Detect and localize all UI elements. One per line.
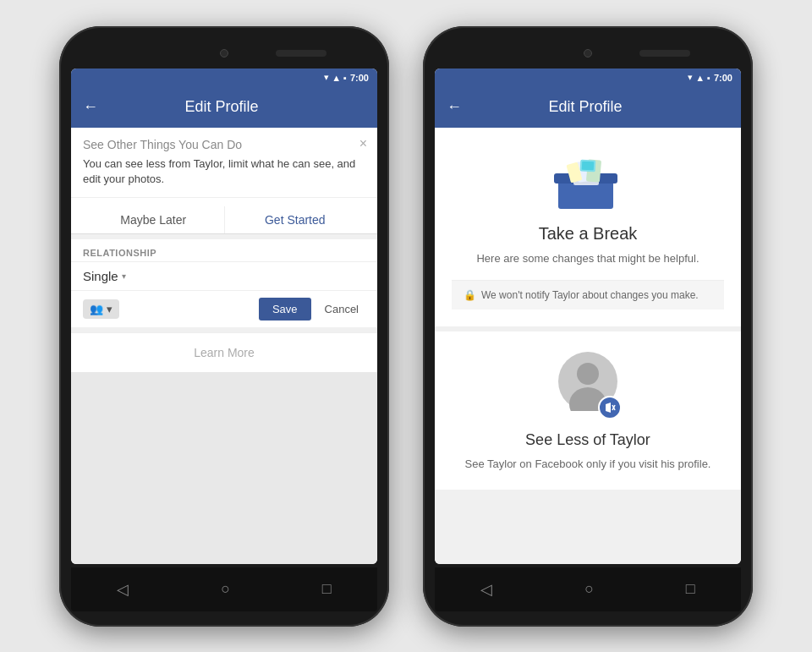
wifi-icon-2: ▾ <box>688 72 693 83</box>
dropdown-arrow-icon[interactable]: ▾ <box>122 271 126 281</box>
battery-icon-1: ▪ <box>343 73 347 83</box>
back-button-1[interactable]: ← <box>83 98 98 116</box>
see-less-section: See Less of Taylor See Taylor on Faceboo… <box>435 326 741 490</box>
relationship-section: RELATIONSHIP Single ▾ 👥 ▾ Save Cancel <box>71 239 377 327</box>
take-break-section: Take a Break Here are some changes that … <box>435 128 741 327</box>
banner-actions: Maybe Later Get Started <box>71 197 377 233</box>
phone-1: ▾ ▲ ▪ 7:00 ← Edit Profile See Other Thin… <box>59 26 389 627</box>
learn-more-text[interactable]: Learn More <box>194 346 255 359</box>
svg-marker-11 <box>606 403 611 413</box>
signal-icon-2: ▲ <box>695 73 705 83</box>
wifi-icon-1: ▾ <box>324 72 329 83</box>
privacy-note-text: We won't notify Taylor about changes you… <box>481 289 699 301</box>
avatar-with-badge <box>554 352 622 419</box>
gray-area <box>71 372 377 564</box>
lock-icon: 🔒 <box>464 289 476 301</box>
cancel-button[interactable]: Cancel <box>318 298 365 321</box>
save-button[interactable]: Save <box>259 298 311 321</box>
relationship-edit-row: 👥 ▾ Save Cancel <box>71 290 377 327</box>
phone-camera-1 <box>220 49 228 58</box>
status-bar-1: ▾ ▲ ▪ 7:00 <box>71 68 377 87</box>
back-nav-btn-1[interactable]: ◁ <box>117 580 129 599</box>
screen-content-2: Take a Break Here are some changes that … <box>435 128 741 564</box>
phone-2: ▾ ▲ ▪ 7:00 ← Edit Profile <box>423 26 753 627</box>
signal-icon-1: ▲ <box>332 73 341 83</box>
recent-nav-btn-1[interactable]: □ <box>322 580 332 598</box>
people-icon: 👥 <box>90 303 103 315</box>
app-bar-2: ← Edit Profile <box>435 87 741 128</box>
home-nav-btn-2[interactable]: ○ <box>584 580 594 598</box>
battery-icon-2: ▪ <box>707 73 710 83</box>
status-icons-1: ▾ ▲ ▪ <box>324 72 347 83</box>
see-less-title: See Less of Taylor <box>525 431 650 449</box>
screen-content-1: See Other Things You Can Do You can see … <box>71 128 377 564</box>
banner-close-btn[interactable]: × <box>359 136 367 151</box>
relationship-value: Single <box>83 269 118 283</box>
take-break-subtitle: Here are some changes that might be help… <box>476 250 699 267</box>
phone-screen-1: ▾ ▲ ▪ 7:00 ← Edit Profile See Other Thin… <box>71 68 377 564</box>
phone-speaker-2 <box>639 50 690 57</box>
phone-bottom-bar-2: ◁ ○ □ <box>435 567 741 611</box>
back-button-2[interactable]: ← <box>447 98 462 116</box>
recent-nav-btn-2[interactable]: □ <box>686 580 695 598</box>
people-icon-btn[interactable]: 👥 ▾ <box>83 299 119 319</box>
privacy-note: 🔒 We won't notify Taylor about changes y… <box>452 280 724 310</box>
app-bar-1: ← Edit Profile <box>71 87 377 128</box>
home-nav-btn-1[interactable]: ○ <box>221 580 230 598</box>
mute-icon <box>604 402 616 414</box>
svg-rect-7 <box>582 161 595 170</box>
phone-bottom-bar-1: ◁ ○ □ <box>71 567 377 611</box>
maybe-later-btn[interactable]: Maybe Later <box>83 206 225 233</box>
dropdown-small-icon: ▾ <box>107 303 112 315</box>
app-bar-title-1: Edit Profile <box>112 98 332 116</box>
archive-icon <box>550 153 626 212</box>
status-time-1: 7:00 <box>350 73 369 83</box>
take-break-title: Take a Break <box>539 224 638 244</box>
learn-more-row: Learn More <box>71 332 377 372</box>
phone-speaker-1 <box>276 50 326 57</box>
banner-text: You can see less from Taylor, limit what… <box>83 156 365 187</box>
phone-top-bar-2 <box>435 41 741 65</box>
phone-top-bar-1 <box>71 41 377 65</box>
relationship-label: RELATIONSHIP <box>71 239 377 261</box>
back-nav-btn-2[interactable]: ◁ <box>480 580 492 599</box>
status-icons-2: ▾ ▲ ▪ <box>688 72 710 83</box>
phone-screen-2: ▾ ▲ ▪ 7:00 ← Edit Profile <box>435 68 741 564</box>
app-bar-title-2: Edit Profile <box>475 98 695 116</box>
see-less-subtitle: See Taylor on Facebook only if you visit… <box>465 456 711 473</box>
status-bar-2: ▾ ▲ ▪ 7:00 <box>435 68 741 87</box>
status-time-2: 7:00 <box>714 73 732 83</box>
banner-card: See Other Things You Can Do You can see … <box>71 128 377 234</box>
svg-point-9 <box>577 363 599 385</box>
mute-badge-icon <box>598 396 622 419</box>
relationship-value-row: Single ▾ <box>71 261 377 290</box>
get-started-btn[interactable]: Get Started <box>225 206 366 233</box>
banner-title: See Other Things You Can Do <box>83 138 365 151</box>
phone-camera-2 <box>584 49 592 58</box>
